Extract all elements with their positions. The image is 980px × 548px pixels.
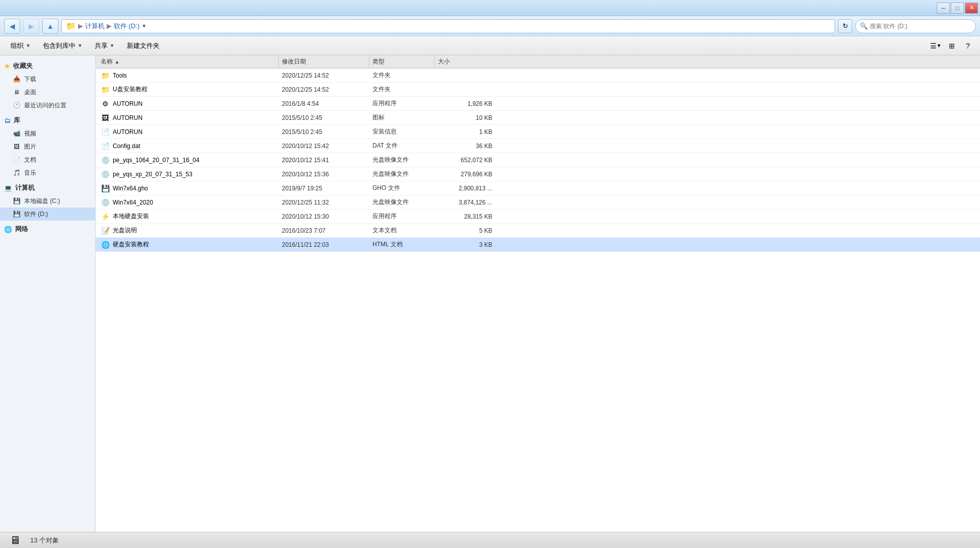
sidebar-item-image[interactable]: 🖼 图片 (0, 140, 95, 153)
search-box[interactable]: 🔍 (855, 19, 976, 33)
file-type-icon: 📁 (101, 71, 110, 80)
file-list-body[interactable]: 📁 Tools 2020/12/25 14:52 文件夹 📁 U盘安装教程 20… (96, 68, 980, 532)
sidebar-favorites-header[interactable]: ★ 收藏夹 (0, 59, 95, 73)
local-d-label: 软件 (D:) (24, 210, 48, 219)
status-app-icon: 🖥 (6, 533, 24, 547)
view-options-button[interactable]: ☰ ▼ (929, 39, 943, 53)
file-type: GHO 文件 (369, 184, 435, 192)
status-bar: 🖥 13 个对象 (0, 532, 980, 548)
desktop-icon: 🖥 (12, 88, 21, 97)
organize-button[interactable]: 组织 ▼ (5, 39, 36, 53)
file-date: 2015/5/10 2:45 (279, 128, 369, 135)
file-type-icon: 📝 (101, 226, 110, 235)
sidebar-library-header[interactable]: 🗂 库 (0, 114, 95, 127)
sidebar-favorites-section: ★ 收藏夹 📥 下载 🖥 桌面 🕐 最近访问的位置 (0, 59, 95, 112)
file-date: 2020/10/12 15:42 (279, 143, 369, 150)
file-name: 📝 光盘说明 (98, 226, 279, 235)
file-type-icon: 📁 (101, 85, 110, 94)
file-type-icon: 💾 (101, 184, 110, 193)
file-date: 2020/10/12 15:36 (279, 171, 369, 178)
desktop-label: 桌面 (24, 88, 36, 97)
table-row[interactable]: 🌐 硬盘安装教程 2016/11/21 22:03 HTML 文档 3 KB (96, 238, 980, 252)
sidebar-item-recent[interactable]: 🕐 最近访问的位置 (0, 99, 95, 112)
file-type-icon: ⚡ (101, 212, 110, 221)
file-size: 28,315 KB (435, 213, 495, 220)
table-row[interactable]: 💿 pe_yqs_xp_20_07_31_15_53 2020/10/12 15… (96, 167, 980, 181)
back-button[interactable]: ◀ (4, 19, 20, 34)
image-icon: 🖼 (12, 142, 21, 151)
file-type: 应用程序 (369, 99, 435, 108)
sidebar-item-downloads[interactable]: 📥 下载 (0, 73, 95, 86)
file-name-text: pe_yqs_1064_20_07_31_16_04 (113, 157, 199, 164)
file-name-text: U盘安装教程 (113, 85, 147, 94)
table-row[interactable]: 🖼 AUTORUN 2015/5/10 2:45 图标 10 KB (96, 111, 980, 125)
toolbar: 组织 ▼ 包含到库中 ▼ 共享 ▼ 新建文件夹 ☰ ▼ ⊞ ? (0, 36, 980, 55)
breadcrumb-drive[interactable]: 软件 (D:) (114, 22, 139, 31)
file-name-text: pe_yqs_xp_20_07_31_15_53 (113, 171, 192, 178)
col-header-date[interactable]: 修改日期 (279, 55, 369, 68)
breadcrumb-dropdown-icon[interactable]: ▼ (141, 23, 146, 29)
help-button[interactable]: ? (961, 39, 975, 53)
breadcrumb-folder-icon: 📁 (66, 21, 76, 31)
file-name: 💿 pe_yqs_1064_20_07_31_16_04 (98, 156, 279, 165)
close-button[interactable]: ✕ (965, 3, 978, 14)
forward-button[interactable]: ▶ (23, 19, 39, 34)
file-type: 安装信息 (369, 127, 435, 136)
sidebar-item-local-d[interactable]: 💾 软件 (D:) (0, 208, 95, 221)
file-name: 📁 Tools (98, 71, 279, 80)
breadcrumb-computer[interactable]: 计算机 (85, 22, 105, 31)
sidebar-network-section: 🌐 网络 (0, 223, 95, 236)
share-button[interactable]: 共享 ▼ (89, 39, 120, 53)
breadcrumb-sep2: ▶ (107, 22, 112, 30)
file-size: 279,696 KB (435, 171, 495, 178)
file-date: 2016/1/8 4:54 (279, 100, 369, 107)
include-library-label: 包含到库中 (43, 41, 76, 50)
file-type: 文件夹 (369, 85, 435, 94)
sidebar-network-header[interactable]: 🌐 网络 (0, 223, 95, 236)
file-type-icon: ⚙ (101, 99, 110, 108)
col-header-type[interactable]: 类型 (369, 55, 435, 68)
sidebar-item-doc[interactable]: 📄 文档 (0, 153, 95, 166)
file-name: ⚡ 本地硬盘安装 (98, 212, 279, 221)
file-type: 应用程序 (369, 212, 435, 221)
table-row[interactable]: 📄 AUTORUN 2015/5/10 2:45 安装信息 1 KB (96, 125, 980, 139)
file-type: HTML 文档 (369, 240, 435, 249)
table-row[interactable]: 📁 U盘安装教程 2020/12/25 14:52 文件夹 (96, 83, 980, 97)
file-size: 3,874,126 ... (435, 199, 495, 206)
table-row[interactable]: ⚡ 本地硬盘安装 2020/10/12 15:30 应用程序 28,315 KB (96, 210, 980, 224)
sidebar-item-local-c[interactable]: 💾 本地磁盘 (C:) (0, 194, 95, 208)
downloads-label: 下载 (24, 75, 36, 84)
table-row[interactable]: 📝 光盘说明 2016/10/23 7:07 文本文档 5 KB (96, 224, 980, 238)
table-row[interactable]: 📁 Tools 2020/12/25 14:52 文件夹 (96, 68, 980, 83)
preview-pane-button[interactable]: ⊞ (945, 39, 959, 53)
minimize-button[interactable]: ─ (937, 3, 950, 14)
file-date: 2020/10/12 15:30 (279, 213, 369, 220)
table-row[interactable]: 📄 Config.dat 2020/10/12 15:42 DAT 文件 36 … (96, 139, 980, 153)
back-icon: ◀ (10, 22, 15, 30)
forward-icon: ▶ (29, 22, 34, 30)
up-button[interactable]: ▲ (42, 19, 58, 34)
sidebar-item-music[interactable]: 🎵 音乐 (0, 166, 95, 179)
table-row[interactable]: 💿 pe_yqs_1064_20_07_31_16_04 2020/10/12 … (96, 153, 980, 167)
col-header-name[interactable]: 名称 ▲ (98, 55, 279, 68)
sidebar-item-video[interactable]: 📹 视频 (0, 127, 95, 140)
new-folder-button[interactable]: 新建文件夹 (121, 39, 165, 53)
file-name-text: Win7x64.gho (113, 185, 148, 192)
file-size: 36 KB (435, 143, 495, 150)
refresh-button[interactable]: ↻ (838, 19, 852, 33)
title-bar: ─ □ ✕ (0, 0, 980, 16)
include-library-button[interactable]: 包含到库中 ▼ (37, 39, 88, 53)
doc-icon: 📄 (12, 155, 21, 164)
file-name: 🖼 AUTORUN (98, 113, 279, 122)
file-size: 2,900,813 ... (435, 185, 495, 192)
library-icon: 🗂 (4, 117, 11, 124)
col-header-size[interactable]: 大小 (435, 55, 495, 68)
maximize-button[interactable]: □ (951, 3, 964, 14)
table-row[interactable]: 💿 Win7x64_2020 2020/12/25 11:32 光盘映像文件 3… (96, 195, 980, 210)
sidebar-item-desktop[interactable]: 🖥 桌面 (0, 86, 95, 99)
table-row[interactable]: 💾 Win7x64.gho 2019/9/7 19:25 GHO 文件 2,90… (96, 181, 980, 195)
sidebar-computer-header[interactable]: 💻 计算机 (0, 181, 95, 194)
table-row[interactable]: ⚙ AUTORUN 2016/1/8 4:54 应用程序 1,926 KB (96, 97, 980, 111)
network-icon: 🌐 (4, 226, 12, 233)
search-input[interactable] (870, 23, 971, 30)
